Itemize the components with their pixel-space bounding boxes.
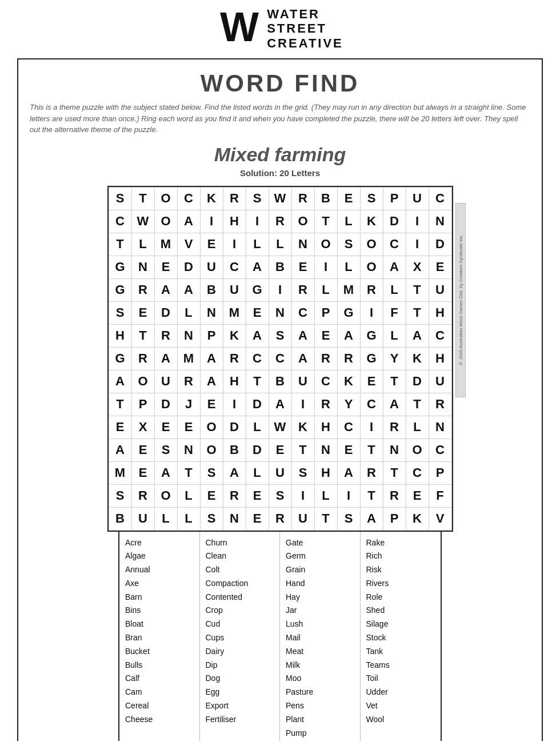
grid-cell: A [246, 324, 269, 347]
word-item: Bran [125, 631, 194, 645]
theme-title: Mixed farming [30, 144, 530, 166]
grid-cell: T [246, 370, 269, 393]
word-item: Calf [125, 672, 194, 686]
grid-cell: A [383, 256, 406, 278]
grid-cell: E [131, 301, 154, 324]
word-item: Cereal [125, 699, 194, 713]
grid-cell: R [360, 461, 383, 484]
grid-cell: L [383, 278, 406, 301]
grid-cell: N [223, 507, 246, 530]
grid-cell: V [177, 233, 200, 256]
grid-cell: L [246, 461, 269, 484]
grid-cell: C [337, 416, 360, 439]
grid-cell: E [200, 484, 223, 507]
grid-cell: A [246, 256, 269, 278]
grid-cell: K [406, 347, 429, 370]
grid-cell: A [154, 347, 177, 370]
grid-cell: B [200, 278, 223, 301]
grid-cell: T [383, 370, 406, 393]
grid-cell: H [429, 347, 451, 370]
grid-cell: A [109, 439, 131, 461]
grid-cell: K [291, 416, 314, 439]
grid-cell: T [406, 393, 429, 416]
grid-cell: A [291, 324, 314, 347]
grid-cell: E [154, 416, 177, 439]
grid-cell: A [269, 393, 291, 416]
word-item: Cud [206, 618, 274, 631]
grid-cell: B [269, 370, 291, 393]
grid-cell: P [383, 187, 406, 210]
grid-cell: S [109, 484, 131, 507]
grid-cell: L [314, 278, 337, 301]
grid-cell: D [406, 370, 429, 393]
word-item: Udder [366, 686, 435, 699]
grid-cell: I [269, 278, 291, 301]
word-item: Risk [366, 563, 435, 577]
grid-cell: D [383, 210, 406, 233]
grid-cell: M [337, 278, 360, 301]
grid-cell: S [154, 439, 177, 461]
grid-cell: T [383, 461, 406, 484]
grid-cell: E [246, 507, 269, 530]
grid-cell: R [269, 507, 291, 530]
grid-cell: O [200, 439, 223, 461]
grid-cell: X [406, 256, 429, 278]
grid-cell: L [314, 484, 337, 507]
grid-cell: O [291, 210, 314, 233]
grid-cell: C [223, 256, 246, 278]
grid-cell: A [177, 210, 200, 233]
grid-cell: B [223, 439, 246, 461]
grid-cell: C [429, 187, 451, 210]
grid-cell: K [200, 187, 223, 210]
word-item: Hay [286, 591, 354, 604]
grid-cell: P [429, 461, 451, 484]
grid-cell: S [360, 187, 383, 210]
grid-cell: L [337, 256, 360, 278]
word-item: Rivers [366, 577, 435, 591]
grid-cell: M [177, 347, 200, 370]
grid-cell: S [109, 187, 131, 210]
grid-cell: C [383, 233, 406, 256]
grid-cell: T [131, 187, 154, 210]
grid-cell: S [200, 461, 223, 484]
grid-cell: H [314, 416, 337, 439]
grid-cell: F [429, 484, 451, 507]
word-item: Acre [125, 536, 194, 550]
grid-cell: W [269, 187, 291, 210]
grid-cell: A [154, 461, 177, 484]
grid-and-words: STOCKRSWRBESPUCCWOAIHIROTLKDINTLMVEILLNO… [30, 186, 530, 742]
word-item: Teams [366, 659, 435, 672]
grid-cell: N [269, 301, 291, 324]
grid-cell: H [314, 461, 337, 484]
grid-cell: R [383, 484, 406, 507]
grid-cell: A [406, 324, 429, 347]
grid-container: STOCKRSWRBESPUCCWOAIHIROTLKDINTLMVEILLNO… [107, 186, 453, 532]
word-item: Cups [206, 631, 274, 645]
word-item: Dairy [206, 645, 274, 659]
grid-cell: C [246, 347, 269, 370]
grid-cell: E [246, 301, 269, 324]
grid-cell: E [269, 439, 291, 461]
grid-cell: N [177, 324, 200, 347]
grid-cell: T [314, 507, 337, 530]
grid-cell: D [429, 233, 451, 256]
grid-cell: I [314, 256, 337, 278]
word-item: Plant [286, 713, 354, 727]
word-item: Germ [286, 549, 354, 563]
grid-cell: T [406, 301, 429, 324]
grid-cell: R [269, 210, 291, 233]
grid-cell: R [314, 347, 337, 370]
word-item: Cheese [125, 713, 194, 727]
grid-cell: T [314, 210, 337, 233]
grid-cell: D [246, 393, 269, 416]
grid-cell: G [360, 347, 383, 370]
grid-cell: L [154, 507, 177, 530]
word-item: Egg [206, 686, 274, 699]
grid-cell: T [360, 484, 383, 507]
grid-cell: S [291, 461, 314, 484]
grid-cell: T [109, 233, 131, 256]
grid-cell: G [109, 256, 131, 278]
grid-cell: O [154, 210, 177, 233]
grid-cell: A [360, 507, 383, 530]
grid-cell: G [109, 347, 131, 370]
